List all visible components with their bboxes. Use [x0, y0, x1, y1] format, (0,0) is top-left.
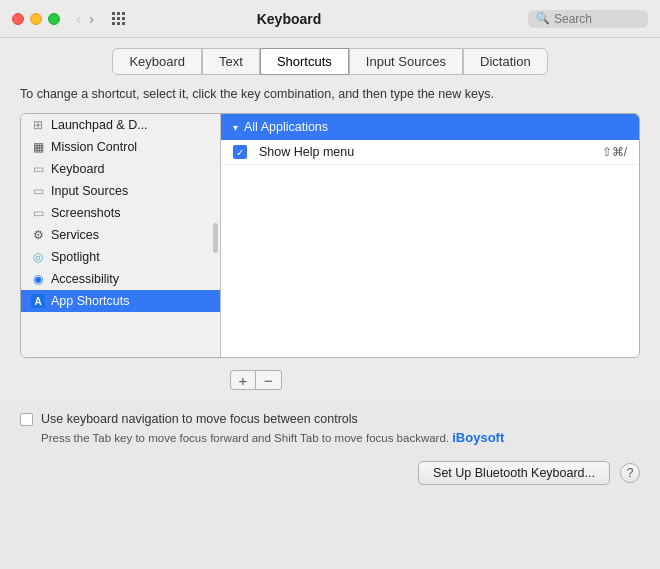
bluetooth-keyboard-button[interactable]: Set Up Bluetooth Keyboard...	[418, 461, 610, 485]
sidebar-item-keyboard[interactable]: ▭ Keyboard	[21, 158, 220, 180]
sidebar-label-screenshots: Screenshots	[51, 206, 120, 220]
bottom-section: Use keyboard navigation to move focus be…	[0, 400, 660, 445]
sidebar-scrollbar[interactable]	[213, 223, 218, 253]
brand-label: iBoysoft	[452, 430, 504, 445]
group-chevron-icon: ▾	[233, 122, 238, 133]
sidebar-item-accessibility[interactable]: ◉ Accessibility	[21, 268, 220, 290]
screenshots-icon: ▭	[31, 206, 45, 220]
input-sources-icon: ▭	[31, 184, 45, 198]
tab-bar: Keyboard Text Shortcuts Input Sources Di…	[0, 38, 660, 75]
window-title: Keyboard	[138, 11, 440, 27]
sidebar-item-app-shortcuts[interactable]: A App Shortcuts	[21, 290, 220, 312]
minimize-button[interactable]	[30, 13, 42, 25]
title-bar: ‹ › Keyboard 🔍	[0, 0, 660, 38]
add-remove-bar: + −	[230, 370, 430, 390]
traffic-lights	[12, 13, 60, 25]
forward-arrow[interactable]: ›	[87, 11, 96, 26]
keyboard-nav-label: Use keyboard navigation to move focus be…	[41, 412, 358, 426]
tab-shortcuts[interactable]: Shortcuts	[260, 48, 349, 75]
add-remove-bar-wrapper: + −	[20, 364, 640, 390]
remove-shortcut-button[interactable]: −	[256, 370, 282, 390]
sidebar-label-services: Services	[51, 228, 99, 242]
search-box[interactable]: 🔍	[528, 10, 648, 28]
sidebar-item-input-sources[interactable]: ▭ Input Sources	[21, 180, 220, 202]
sidebar-label-spotlight: Spotlight	[51, 250, 100, 264]
shortcut-item-show-help-menu[interactable]: ✓ Show Help menu ⇧⌘/	[221, 140, 639, 165]
sidebar-label-launchpad: Launchpad & D...	[51, 118, 148, 132]
search-input[interactable]	[554, 12, 644, 26]
sidebar-item-spotlight[interactable]: ◎ Spotlight	[21, 246, 220, 268]
footer: Set Up Bluetooth Keyboard... ?	[0, 453, 660, 493]
group-header-all-applications[interactable]: ▾ All Applications	[221, 114, 639, 140]
keyboard-nav-checkbox-row: Use keyboard navigation to move focus be…	[20, 412, 640, 426]
shortcut-keys-show-help: ⇧⌘/	[602, 145, 627, 159]
spotlight-icon: ◎	[31, 250, 45, 264]
group-header-label: All Applications	[244, 120, 328, 134]
instruction-text: To change a shortcut, select it, click t…	[20, 87, 640, 101]
close-button[interactable]	[12, 13, 24, 25]
app-grid-icon[interactable]	[112, 12, 126, 26]
help-button[interactable]: ?	[620, 463, 640, 483]
sidebar-label-accessibility: Accessibility	[51, 272, 119, 286]
launchpad-icon: ⊞	[31, 118, 45, 132]
services-icon: ⚙	[31, 228, 45, 242]
keyboard-icon: ▭	[31, 162, 45, 176]
mission-control-icon: ▦	[31, 140, 45, 154]
app-shortcuts-icon: A	[31, 294, 45, 308]
shortcuts-right-panel: ▾ All Applications ✓ Show Help menu ⇧⌘/	[221, 114, 639, 357]
sidebar-item-services[interactable]: ⚙ Services	[21, 224, 220, 246]
sidebar-item-screenshots[interactable]: ▭ Screenshots	[21, 202, 220, 224]
main-content: To change a shortcut, select it, click t…	[0, 75, 660, 400]
sidebar-label-app-shortcuts: App Shortcuts	[51, 294, 130, 308]
keyboard-nav-hint: Press the Tab key to move focus forward …	[20, 430, 640, 445]
sidebar-label-input-sources: Input Sources	[51, 184, 128, 198]
tab-input-sources[interactable]: Input Sources	[349, 48, 463, 75]
category-sidebar: ⊞ Launchpad & D... ▦ Mission Control ▭ K…	[21, 114, 221, 357]
shortcut-label-show-help: Show Help menu	[259, 145, 602, 159]
tab-text[interactable]: Text	[202, 48, 260, 75]
sidebar-item-launchpad[interactable]: ⊞ Launchpad & D...	[21, 114, 220, 136]
nav-arrows: ‹ ›	[74, 11, 96, 26]
back-arrow[interactable]: ‹	[74, 11, 83, 26]
sidebar-label-mission-control: Mission Control	[51, 140, 137, 154]
sidebar-item-mission-control[interactable]: ▦ Mission Control	[21, 136, 220, 158]
accessibility-icon: ◉	[31, 272, 45, 286]
maximize-button[interactable]	[48, 13, 60, 25]
tab-keyboard[interactable]: Keyboard	[112, 48, 202, 75]
keyboard-nav-checkbox[interactable]	[20, 413, 33, 426]
sidebar-label-keyboard: Keyboard	[51, 162, 105, 176]
search-icon: 🔍	[536, 12, 550, 25]
add-shortcut-button[interactable]: +	[230, 370, 256, 390]
tab-dictation[interactable]: Dictation	[463, 48, 548, 75]
shortcut-checkbox-show-help[interactable]: ✓	[233, 145, 247, 159]
shortcut-panels: ⊞ Launchpad & D... ▦ Mission Control ▭ K…	[20, 113, 640, 358]
